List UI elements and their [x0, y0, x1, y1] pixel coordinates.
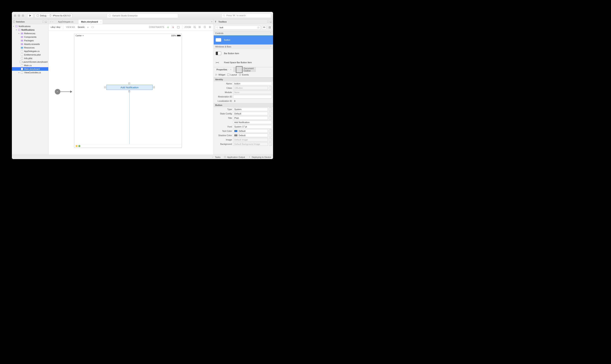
close-icon[interactable]: ×	[230, 69, 231, 71]
close-icon[interactable]: ○	[100, 21, 101, 23]
property-value[interactable]: Default	[233, 134, 268, 137]
property-value[interactable]: Plain	[233, 116, 268, 120]
remove-constraint-icon[interactable]	[172, 26, 175, 29]
tree-item[interactable]: Info.plist	[12, 56, 48, 60]
run-button[interactable]	[27, 13, 33, 18]
zoom-out-icon[interactable]	[198, 26, 201, 29]
property-section: Identity	[214, 78, 273, 81]
global-search[interactable]: Press '⌘.' to search	[222, 13, 271, 18]
document-outline-tab[interactable]: Document Outline	[234, 67, 256, 72]
tree-item[interactable]: Resources	[12, 46, 48, 49]
scene-dock[interactable]	[74, 144, 182, 148]
tasks-pad-button[interactable]: Tasks	[212, 156, 221, 158]
tree-item[interactable]: LaunchScreen.storyboard	[12, 60, 48, 64]
window-controls[interactable]	[14, 14, 24, 17]
property-row: FontSystem 17 pt	[214, 125, 273, 129]
widget-subtab[interactable]: Widget	[215, 74, 225, 76]
zoom-in-icon[interactable]	[209, 26, 211, 29]
zoom-actual-icon[interactable]	[204, 26, 206, 29]
first-responder-icon[interactable]	[76, 145, 78, 147]
document-tab[interactable]: AppDelegate.cs	[55, 19, 78, 24]
svg-rect-19	[263, 27, 265, 27]
exit-icon[interactable]	[78, 145, 80, 147]
tab-overflow-icon[interactable]: ▾	[211, 21, 212, 23]
property-row: ClassUIButton	[214, 86, 273, 90]
close-icon[interactable]: ×	[270, 21, 272, 23]
add-constraint-icon[interactable]	[167, 26, 169, 29]
entry-point-arrow[interactable]	[55, 89, 72, 94]
project-node[interactable]: ▾ Notifications	[12, 28, 48, 32]
property-row: Add Notification	[214, 120, 273, 125]
design-canvas[interactable]: Carrier ᯤ 100% Add Notification	[48, 30, 213, 155]
run-config-selector[interactable]: Debug › iPhone 6s iOS 9.3	[35, 13, 72, 18]
property-value[interactable]: Add Notification	[233, 120, 272, 124]
tree-item[interactable]: ▸ViewController.cs	[12, 71, 48, 74]
svg-line-18	[218, 28, 218, 28]
selected-button[interactable]: Add Notification	[106, 85, 153, 90]
frames-icon[interactable]	[177, 26, 180, 29]
property-value[interactable]	[233, 95, 272, 98]
tree-item[interactable]: Main.cs	[12, 64, 48, 67]
toolbox-item[interactable]: |•••••|Fixed Space Bar Button Item	[214, 58, 273, 67]
property-value[interactable]: System	[233, 107, 268, 111]
property-row: Shadow ColorDefault	[214, 133, 273, 138]
orientation-icon[interactable]	[91, 26, 94, 29]
solution-root[interactable]: ▾ Notifications	[12, 25, 48, 28]
property-value[interactable]: UIButton	[233, 86, 268, 90]
deploy-pad-button[interactable]: Deploying to Device	[249, 156, 271, 158]
solution-header: Solution ×	[12, 19, 48, 24]
close-icon[interactable]: ×	[45, 21, 47, 23]
document-tab[interactable]: Main.storyboard○	[78, 19, 103, 24]
property-value[interactable]: Default Background Image	[233, 142, 268, 146]
target-name: iPhone 6s iOS 9.3	[53, 14, 70, 17]
svg-rect-6	[13, 21, 15, 23]
ide-window: { "title": "Xamarin Studio Enterprise", …	[12, 12, 273, 159]
tree-item[interactable]: Entitlements.plist	[12, 53, 48, 56]
svg-rect-20	[263, 27, 265, 28]
events-subtab[interactable]: Events	[239, 74, 249, 76]
size-class[interactable]: wAny hAny	[50, 26, 60, 28]
property-row: TitlePlain	[214, 116, 273, 120]
zoom-fit-icon[interactable]	[193, 26, 196, 29]
tree-item[interactable]: ▸References	[12, 32, 48, 35]
property-row: ImageDefault Image	[214, 138, 273, 142]
battery-icon	[177, 35, 181, 36]
tree-item[interactable]: Main.storyboard	[12, 67, 48, 71]
view-as-selector[interactable]: Generic	[78, 26, 85, 28]
solution-tree[interactable]: ▾ Notifications ▾ Notifications ▸Referen…	[12, 24, 48, 155]
svg-point-13	[204, 26, 206, 28]
toolbox-section-header[interactable]: Controls⌃	[214, 31, 273, 35]
tree-item[interactable]: Packages	[12, 39, 48, 42]
svg-rect-7	[92, 26, 94, 28]
properties-tab[interactable]: Properties ▫ ×	[214, 67, 234, 72]
toolbox-item[interactable]: Button	[214, 35, 273, 44]
nav-back-forward[interactable]: ‹›	[48, 19, 55, 24]
solution-pad: Solution × ▾ Notifications ▾ Notificatio…	[12, 19, 48, 155]
property-value[interactable]: button	[233, 82, 272, 85]
search-icon	[223, 14, 225, 17]
property-value[interactable]: System 17 pt	[233, 125, 272, 129]
toolbox-header: T Toolbox ×	[214, 19, 273, 24]
tree-item[interactable]: Assets.xcassets	[12, 42, 48, 46]
toolbox-search-input[interactable]: butt ⓧ	[215, 25, 261, 30]
layout-subtab[interactable]: Layout	[227, 74, 237, 76]
view-controller[interactable]: Carrier ᯤ 100% Add Notification	[74, 34, 182, 148]
property-value[interactable]: None	[233, 91, 272, 94]
undock-icon[interactable]	[42, 21, 44, 23]
property-value[interactable]: Default	[233, 112, 268, 115]
svg-point-3	[109, 15, 111, 17]
property-value[interactable]: Default Image	[233, 138, 268, 142]
statusbar: Tasks Application Output Deploying to De…	[12, 155, 273, 159]
device-statusbar: Carrier ᯤ 100%	[74, 34, 182, 37]
output-pad-button[interactable]: Application Output	[224, 156, 245, 158]
undock-icon[interactable]: ▫	[228, 69, 229, 71]
undock-icon[interactable]	[267, 21, 269, 23]
tree-item[interactable]: AppDelegate.cs	[12, 49, 48, 53]
toolbox-section-header[interactable]: Windows & Bars⌃	[214, 44, 273, 49]
toolbox-grid-view[interactable]	[267, 25, 272, 30]
clear-icon[interactable]: ⓧ	[257, 26, 259, 29]
tree-item[interactable]: Components	[12, 35, 48, 39]
toolbox-compact-view[interactable]	[262, 25, 266, 30]
toolbox-item[interactable]: Bar Button Item	[214, 49, 273, 58]
property-value[interactable]: Default	[233, 129, 268, 133]
